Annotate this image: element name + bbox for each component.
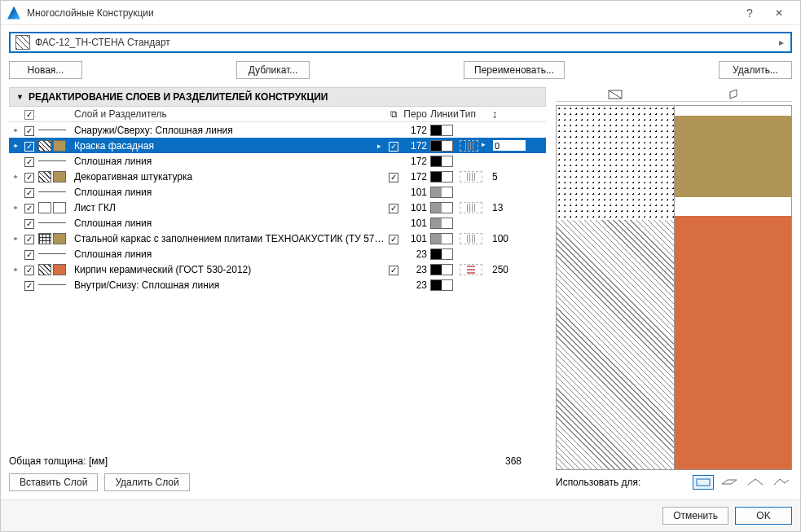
line-pen-chip[interactable] — [430, 279, 453, 291]
separator-line-icon — [38, 160, 66, 161]
line-type-chip[interactable] — [460, 140, 478, 152]
row-checkbox[interactable] — [24, 173, 34, 182]
row-checkbox[interactable] — [24, 126, 34, 136]
use-roof-icon[interactable] — [745, 475, 766, 490]
preview-mode-surface[interactable] — [674, 87, 792, 101]
layer-swatch-icon[interactable] — [38, 264, 71, 275]
ok-button[interactable]: OK — [735, 507, 792, 525]
line-pen-chip[interactable] — [430, 233, 453, 244]
line-type-chip[interactable] — [460, 202, 482, 213]
separator-row[interactable]: Сплошная линия172 — [9, 153, 546, 169]
insert-layer-button[interactable]: Вставить Слой — [9, 473, 98, 491]
core-flag-checkbox[interactable] — [389, 173, 398, 182]
pen-value[interactable]: 101 — [403, 233, 430, 244]
row-expand-icon[interactable]: ▸ — [374, 142, 385, 150]
row-checkbox[interactable] — [24, 142, 34, 152]
layer-row[interactable]: ◂▸Лист ГКЛ10113 — [9, 200, 546, 215]
preview-panel — [556, 105, 792, 470]
row-name: Краска фасадная▸ — [71, 140, 385, 152]
preview-segment — [557, 106, 674, 220]
close-button[interactable]: ✕ — [764, 7, 794, 19]
pen-value[interactable]: 23 — [403, 264, 430, 275]
col-thickness-icon[interactable]: ↨ — [489, 108, 530, 120]
col-pen[interactable]: Перо — [403, 108, 430, 120]
thickness-value[interactable]: 5 — [489, 171, 530, 182]
row-checkbox[interactable] — [24, 235, 34, 244]
layer-swatch-icon[interactable] — [38, 202, 71, 213]
line-pen-chip[interactable] — [430, 140, 453, 152]
cancel-button[interactable]: Отменить — [662, 507, 728, 525]
preview-column — [557, 106, 675, 469]
layers-grid[interactable]: ◂▸Снаружи/Сверху: Сплошная линия172◂▸Кра… — [9, 122, 546, 449]
row-checkbox[interactable] — [24, 188, 34, 198]
line-pen-chip[interactable] — [430, 156, 453, 167]
row-checkbox[interactable] — [24, 157, 34, 167]
preview-mode-section[interactable] — [556, 87, 674, 101]
preview-segment — [557, 220, 674, 469]
line-pen-chip[interactable] — [430, 248, 453, 260]
core-flag-checkbox[interactable] — [389, 266, 398, 275]
section-header[interactable]: ▼ РЕДАКТИРОВАНИЕ СЛОЕВ И РАЗДЕЛИТЕЛЕЙ КО… — [9, 87, 546, 107]
pen-value[interactable]: 172 — [403, 171, 430, 182]
col-lines[interactable]: Линии — [430, 108, 460, 120]
separator-row[interactable]: Сплошная линия101 — [9, 184, 546, 200]
layer-swatch-icon[interactable] — [38, 171, 71, 182]
use-for-label: Использовать для: — [556, 477, 688, 488]
line-pen-chip[interactable] — [430, 202, 453, 213]
separator-row[interactable]: Внутри/Снизу: Сплошная линия23 — [9, 277, 546, 292]
pen-value[interactable]: 172 — [403, 140, 430, 152]
thickness-value[interactable]: 13 — [489, 202, 530, 213]
col-layer[interactable]: Слой и Разделитель — [71, 108, 385, 120]
pen-value[interactable]: 23 — [403, 279, 430, 291]
layer-row[interactable]: ◂▸Краска фасадная▸172▸ — [9, 138, 546, 153]
row-checkbox[interactable] — [24, 219, 34, 229]
line-type-chip[interactable] — [460, 233, 482, 244]
rename-button[interactable]: Переименовать... — [464, 61, 565, 79]
layer-row[interactable]: ◂▸Декоративная штукатурка1725 — [9, 169, 546, 184]
preview-mode-header — [556, 87, 792, 102]
thickness-value[interactable]: 100 — [489, 233, 530, 244]
core-flag-checkbox[interactable] — [389, 142, 398, 152]
line-pen-chip[interactable] — [430, 264, 453, 275]
new-button[interactable]: Новая... — [9, 61, 82, 79]
remove-layer-button[interactable]: Удалить Слой — [104, 473, 189, 491]
use-shell-icon[interactable] — [771, 475, 792, 490]
pen-value[interactable]: 23 — [403, 248, 430, 260]
pen-value[interactable]: 172 — [403, 156, 430, 167]
col-type[interactable]: Тип — [460, 108, 489, 120]
line-type-chip[interactable] — [460, 171, 482, 182]
line-pen-chip[interactable] — [430, 187, 453, 198]
row-checkbox[interactable] — [24, 281, 34, 291]
pen-value[interactable]: 172 — [403, 125, 430, 136]
layer-row[interactable]: ◂▸Стальной каркас с заполнением плитами … — [9, 231, 546, 246]
line-type-chip[interactable] — [460, 264, 482, 275]
line-pen-chip[interactable] — [430, 125, 453, 136]
core-flag-checkbox[interactable] — [389, 204, 398, 213]
use-slab-icon[interactable] — [719, 475, 740, 490]
separator-row[interactable]: Сплошная линия101 — [9, 215, 546, 231]
line-pen-chip[interactable] — [430, 218, 453, 229]
row-checkbox[interactable] — [24, 204, 34, 213]
delete-button[interactable]: Удалить... — [719, 61, 792, 79]
row-checkbox[interactable] — [24, 266, 34, 275]
row-checkbox[interactable] — [24, 250, 34, 260]
help-button[interactable]: ? — [735, 7, 764, 20]
separator-row[interactable]: Сплошная линия23 — [9, 246, 546, 262]
core-flag-checkbox[interactable] — [389, 235, 398, 244]
pen-value[interactable]: 101 — [403, 187, 430, 198]
separator-row[interactable]: ◂▸Снаружи/Сверху: Сплошная линия172 — [9, 122, 546, 138]
row-name: Сплошная линия — [71, 187, 385, 198]
layer-swatch-icon[interactable] — [38, 233, 71, 244]
composite-selector[interactable]: ФАС-12_ТН-СТЕНА Стандарт ▸ — [9, 32, 792, 53]
layer-row[interactable]: ◂▸Кирпич керамический (ГОСТ 530-2012)232… — [9, 262, 546, 277]
layer-swatch-icon[interactable] — [38, 140, 71, 152]
line-pen-chip[interactable] — [430, 171, 453, 182]
duplicate-button[interactable]: Дубликат... — [236, 61, 310, 79]
thickness-input[interactable] — [492, 139, 526, 152]
thickness-value[interactable]: 250 — [489, 264, 530, 275]
pen-value[interactable]: 101 — [403, 202, 430, 213]
col-check-icon[interactable] — [20, 108, 38, 120]
pen-value[interactable]: 101 — [403, 218, 430, 229]
use-wall-icon[interactable] — [693, 475, 714, 490]
col-flag-icon[interactable]: ⧉ — [385, 108, 403, 120]
